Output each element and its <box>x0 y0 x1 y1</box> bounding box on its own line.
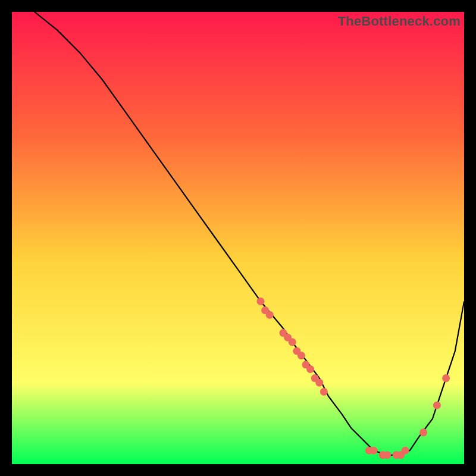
data-point-dot <box>433 402 441 409</box>
data-point-dot <box>298 352 305 359</box>
data-point-dot <box>315 379 323 387</box>
data-point-dot <box>419 428 427 436</box>
data-point-dot <box>306 365 314 373</box>
data-point-dot <box>289 338 296 346</box>
chart-svg <box>12 12 464 464</box>
gradient-background <box>12 12 464 464</box>
data-point-dot <box>320 388 328 396</box>
data-point-dot <box>266 311 274 319</box>
data-point-dot <box>383 451 391 459</box>
data-point-dot <box>370 447 378 455</box>
data-point-dot <box>442 374 450 382</box>
watermark-text: TheBottleneck.com <box>338 14 461 29</box>
chart-frame: TheBottleneck.com <box>12 12 464 464</box>
data-point-dot <box>402 447 409 455</box>
data-point-dot <box>257 298 265 305</box>
